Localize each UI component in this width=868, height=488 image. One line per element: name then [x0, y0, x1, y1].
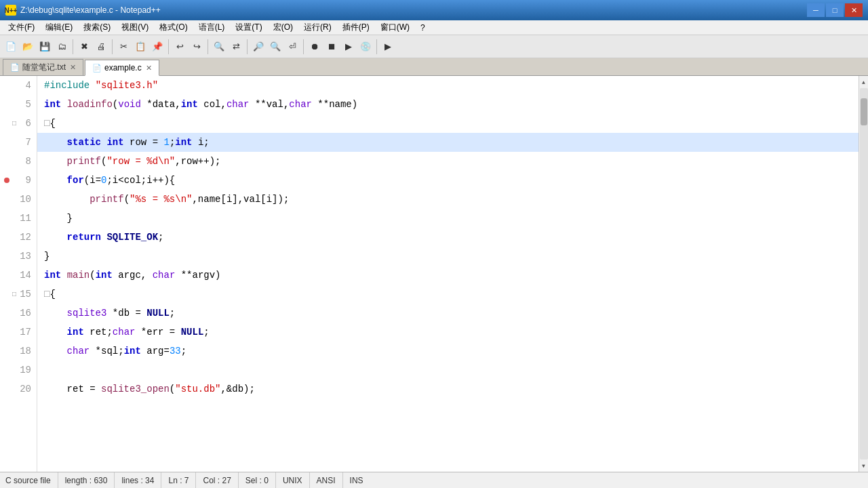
macro-save-button[interactable]: 💿: [357, 39, 374, 55]
code-line-15[interactable]: □{: [37, 285, 859, 304]
tab-close-button[interactable]: ✕: [70, 63, 76, 72]
code-line-6[interactable]: □{: [37, 114, 859, 133]
print-button[interactable]: 🖨: [93, 39, 109, 55]
ins-status: INS: [343, 472, 370, 488]
tab-tab1[interactable]: 📄随堂笔记.txt✕: [3, 59, 83, 75]
line-number-5: 5: [0, 95, 37, 114]
code-line-14[interactable]: int main(int argc, char **argv): [37, 266, 859, 285]
menu-item-窗口[interactable]: 窗口(W): [375, 20, 415, 35]
code-line-7[interactable]: static int row = 1;int i;: [37, 133, 859, 152]
menu-item-格式[interactable]: 格式(O): [154, 20, 193, 35]
code-content-5: int loadinfo(void *data,int col,char **v…: [44, 99, 357, 110]
menu-item-编辑[interactable]: 编辑(E): [40, 20, 78, 35]
scroll-thumb[interactable]: [861, 98, 867, 125]
menu-item-宏[interactable]: 宏(O): [268, 20, 298, 35]
code-content-4: #include "sqlite3.h": [44, 80, 158, 91]
toolbar-separator-7: [376, 39, 377, 54]
code-content-18: char *sql;int arg=33;: [44, 346, 186, 357]
menu-bar: 文件(F)编辑(E)搜索(S)视图(V)格式(O)语言(L)设置(T)宏(O)运…: [0, 20, 868, 35]
copy-button[interactable]: 📋: [132, 39, 149, 55]
code-content-11: }: [44, 213, 73, 224]
maximize-button[interactable]: □: [826, 3, 844, 17]
menu-item-语言[interactable]: 语言(L): [193, 20, 231, 35]
code-line-19[interactable]: [37, 361, 859, 380]
minimize-button[interactable]: ─: [807, 3, 825, 17]
macro-play-button[interactable]: ▶: [340, 39, 357, 55]
scroll-down-arrow[interactable]: ▼: [860, 461, 868, 470]
scroll-track[interactable]: [860, 88, 868, 460]
close-file-button[interactable]: ✖: [76, 39, 92, 55]
scroll-up-arrow[interactable]: ▲: [860, 77, 868, 87]
run-button[interactable]: ▶: [380, 39, 396, 55]
line-number-10: 10: [0, 190, 37, 209]
cut-button[interactable]: ✂: [115, 39, 132, 55]
code-content-10: printf("%s = %s\n",name[i],val[i]);: [44, 194, 289, 205]
menu-item-插件[interactable]: 插件(P): [337, 20, 375, 35]
line-number-7: 7: [0, 133, 37, 152]
tab-close-button[interactable]: ✕: [146, 64, 152, 73]
title-bar: N++ Z:\debug\sqlite\example.c - Notepad+…: [0, 0, 868, 20]
undo-button[interactable]: ↩: [172, 39, 188, 55]
line-number-6: 6: [0, 114, 37, 133]
code-content-14: int main(int argc, char **argv): [44, 270, 221, 281]
code-line-18[interactable]: char *sql;int arg=33;: [37, 342, 859, 361]
line-number-8: 8: [0, 152, 37, 171]
code-line-5[interactable]: int loadinfo(void *data,int col,char **v…: [37, 95, 859, 114]
macro-stop-button[interactable]: ⏹: [323, 39, 340, 55]
line-wrap-button[interactable]: ⏎: [284, 39, 300, 55]
open-button[interactable]: 📂: [20, 39, 36, 55]
code-line-12[interactable]: return SQLITE_OK;: [37, 228, 859, 247]
code-line-4[interactable]: #include "sqlite3.h": [37, 76, 859, 95]
tab-tab2[interactable]: 📄example.c✕: [85, 60, 159, 76]
code-line-8[interactable]: printf("row = %d\n",row++);: [37, 152, 859, 171]
code-line-9[interactable]: for(i=0;i<col;i++){: [37, 171, 859, 190]
code-line-16[interactable]: sqlite3 *db = NULL;: [37, 304, 859, 323]
code-line-20[interactable]: ret = sqlite3_open("stu.db",&db);: [37, 380, 859, 399]
redo-button[interactable]: ↪: [189, 39, 205, 55]
code-area[interactable]: #include "sqlite3.h"int loadinfo(void *d…: [37, 76, 859, 472]
menu-item-设置[interactable]: 设置(T): [230, 20, 267, 35]
paste-button[interactable]: 📌: [149, 39, 165, 55]
save-all-button[interactable]: 🗂: [54, 39, 70, 55]
line-numbers-gutter: 4567891011121314151617181920: [0, 76, 37, 472]
code-line-11[interactable]: }: [37, 209, 859, 228]
col-status: Col : 27: [196, 472, 238, 488]
line-number-17: 17: [0, 323, 37, 342]
window-title: Z:\debug\sqlite\example.c - Notepad++: [20, 5, 807, 15]
menu-item-视图[interactable]: 视图(V): [116, 20, 154, 35]
status-bar: C source file length : 630 lines : 34 Ln…: [0, 472, 868, 488]
find-button[interactable]: 🔍: [211, 39, 227, 55]
line-number-18: 18: [0, 342, 37, 361]
code-content-19: [44, 365, 50, 375]
menu-item-运行[interactable]: 运行(R): [298, 20, 337, 35]
code-line-13[interactable]: }: [37, 247, 859, 266]
new-button[interactable]: 📄: [3, 39, 19, 55]
code-content-20: ret = sqlite3_open("stu.db",&db);: [44, 384, 255, 394]
window-controls: ─ □ ✕: [807, 3, 863, 17]
length-status: length : 630: [58, 472, 115, 488]
menu-item-搜索[interactable]: 搜索(S): [78, 20, 116, 35]
macro-record-button[interactable]: ⏺: [307, 39, 323, 55]
find-replace-button[interactable]: ⇄: [228, 39, 244, 55]
close-button[interactable]: ✕: [845, 3, 863, 17]
menu-item-?[interactable]: ?: [415, 22, 431, 34]
toolbar-separator-1: [73, 39, 73, 54]
menu-item-文件[interactable]: 文件(F): [3, 20, 40, 35]
line-number-11: 11: [0, 209, 37, 228]
vertical-scrollbar[interactable]: ▲ ▼: [859, 76, 868, 472]
code-line-17[interactable]: int ret;char *err = NULL;: [37, 323, 859, 342]
tab-label: 随堂笔记.txt: [22, 62, 66, 73]
zoom-out-button[interactable]: 🔍: [267, 39, 283, 55]
save-button[interactable]: 💾: [37, 39, 53, 55]
tabs-bar: 📄随堂笔记.txt✕📄example.c✕: [0, 58, 868, 76]
editor-container: 4567891011121314151617181920 #include "s…: [0, 76, 868, 472]
code-line-10[interactable]: printf("%s = %s\n",name[i],val[i]);: [37, 190, 859, 209]
zoom-in-button[interactable]: 🔎: [250, 39, 267, 55]
filetype-status: C source file: [5, 472, 58, 488]
line-number-4: 4: [0, 76, 37, 95]
sel-status: Sel : 0: [239, 472, 276, 488]
line-number-12: 12: [0, 228, 37, 247]
toolbar-separator-2: [112, 39, 113, 54]
code-content-6: □{: [44, 118, 56, 129]
code-content-12: return SQLITE_OK;: [44, 232, 163, 243]
